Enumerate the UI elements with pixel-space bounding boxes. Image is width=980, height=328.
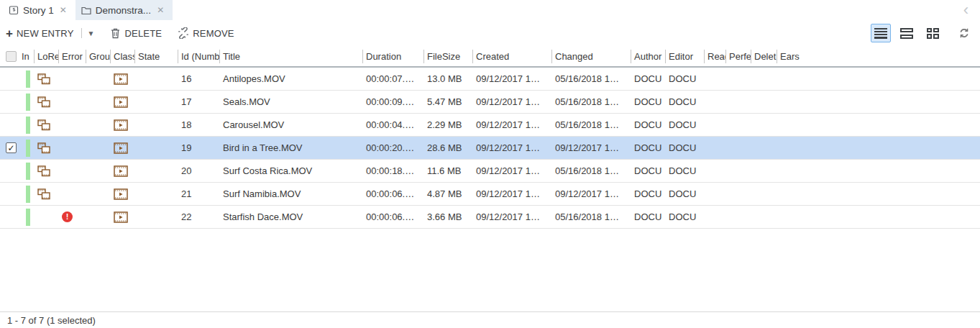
column-header-author[interactable]: Author	[631, 50, 666, 63]
remove-button[interactable]: REMOVE	[178, 27, 234, 39]
in-status-bar	[26, 163, 30, 180]
filesize-cell: 2.29 MB	[424, 114, 473, 136]
ears-cell	[777, 91, 980, 113]
table-row[interactable]: ✓ !	[0, 137, 980, 160]
read-cell	[705, 183, 726, 205]
table-row[interactable]: ✓ !	[0, 114, 980, 137]
class-cell	[111, 183, 135, 205]
view-controls	[865, 24, 970, 42]
id-cell: 19	[178, 137, 220, 159]
refresh-icon	[958, 27, 970, 39]
error-cell: !	[59, 183, 86, 205]
column-header-in[interactable]: In	[22, 50, 35, 63]
id-cell: 17	[178, 91, 220, 113]
ears-cell	[777, 114, 980, 136]
perfe-cell	[726, 160, 751, 182]
row-count-status: 1 - 7 of 7 (1 selected)	[7, 315, 96, 326]
group-cell	[86, 206, 111, 228]
delet-cell	[751, 68, 777, 90]
read-cell	[705, 68, 726, 90]
new-entry-button[interactable]: + NEW ENTRY ▼	[6, 27, 94, 40]
folder-icon	[81, 6, 91, 15]
column-header-class[interactable]: Class	[111, 50, 135, 63]
duration-cell: 00:00:06.…	[363, 206, 424, 228]
author-cell: DOCU	[631, 68, 666, 90]
tab-demonstration[interactable]: Demonstra... ✕	[75, 0, 173, 20]
created-cell: 09/12/2017 1…	[473, 68, 552, 90]
column-header-ears[interactable]: Ears	[777, 50, 980, 63]
column-header-editor[interactable]: Editor	[666, 50, 705, 63]
error-icon: !	[62, 211, 73, 222]
in-cell	[22, 114, 35, 136]
column-header-title[interactable]: Title	[220, 50, 363, 63]
id-cell: 20	[178, 160, 220, 182]
id-cell: 18	[178, 114, 220, 136]
tab-story-1[interactable]: Story 1 ✕	[3, 0, 75, 20]
editor-cell: DOCU	[666, 160, 705, 182]
read-cell	[705, 137, 726, 159]
table-row[interactable]: ✓ !	[0, 68, 980, 91]
created-cell: 09/12/2017 1…	[473, 206, 552, 228]
list-view-button[interactable]	[871, 24, 891, 42]
collapse-panel-chevron-icon[interactable]: ‹	[963, 2, 968, 18]
column-header-id[interactable]: Id (Numb	[178, 50, 220, 63]
table-row[interactable]: ✓ !	[0, 183, 980, 206]
column-header-duration[interactable]: Duration	[363, 50, 424, 63]
table-row[interactable]: ✓ !	[0, 91, 980, 114]
filesize-cell: 3.66 MB	[424, 206, 473, 228]
row-checkbox[interactable]: ✓	[6, 142, 17, 153]
chevron-down-icon[interactable]: ▼	[88, 29, 95, 37]
column-header-changed[interactable]: Changed	[552, 50, 631, 63]
delet-cell	[751, 91, 777, 113]
column-header-filesize[interactable]: FileSize	[424, 50, 473, 63]
tab-bar: Story 1 ✕ Demonstra... ✕ ‹	[0, 0, 980, 20]
in-cell	[22, 68, 35, 90]
select-all-checkbox[interactable]	[6, 51, 17, 62]
state-cell	[135, 114, 178, 136]
select-all-cell[interactable]	[0, 46, 22, 66]
perfe-cell	[726, 68, 751, 90]
tab-label: Demonstra...	[96, 5, 151, 16]
lores-cell	[35, 137, 59, 159]
table-row[interactable]: ✓ !	[0, 160, 980, 183]
error-cell: !	[59, 114, 86, 136]
perfe-cell	[726, 137, 751, 159]
column-header-created[interactable]: Created	[473, 50, 552, 63]
author-cell: DOCU	[631, 206, 666, 228]
tab-label: Story 1	[23, 5, 54, 16]
perfe-cell	[726, 206, 751, 228]
column-header-read[interactable]: Read	[705, 50, 726, 63]
grid-view-button[interactable]	[922, 24, 943, 42]
tab-close-icon[interactable]: ✕	[155, 4, 165, 16]
column-header-perfe[interactable]: Perfe	[726, 50, 751, 63]
button-divider	[81, 28, 82, 38]
column-header-delet[interactable]: Delet	[751, 50, 777, 63]
table-row[interactable]: ✓ !	[0, 206, 980, 229]
media-list-window: Story 1 ✕ Demonstra... ✕ ‹ + NEW ENTRY ▼	[0, 0, 980, 328]
remove-label: REMOVE	[193, 28, 234, 39]
lores-cell	[35, 160, 59, 182]
split-view-button[interactable]	[897, 24, 917, 42]
title-cell: Surf Namibia.MOV	[220, 183, 363, 205]
read-cell	[705, 160, 726, 182]
duration-cell: 00:00:04.…	[363, 114, 424, 136]
title-cell: Antilopes.MOV	[220, 68, 363, 90]
perfe-cell	[726, 91, 751, 113]
lores-clip-icon	[37, 165, 50, 177]
class-cell	[111, 114, 135, 136]
delet-cell	[751, 183, 777, 205]
checkbox-cell: ✓	[0, 91, 22, 113]
changed-cell: 05/16/2018 1…	[552, 160, 631, 182]
delet-cell	[751, 137, 777, 159]
status-bar: 1 - 7 of 7 (1 selected)	[0, 311, 980, 328]
read-cell	[705, 114, 726, 136]
column-header-lore[interactable]: LoRe	[35, 50, 59, 63]
column-header-state[interactable]: State	[135, 50, 178, 63]
refresh-button[interactable]	[958, 27, 970, 39]
tab-close-icon[interactable]: ✕	[58, 4, 68, 16]
story-icon	[9, 5, 19, 15]
delete-button[interactable]: DELETE	[110, 27, 162, 39]
column-header-error[interactable]: Error	[59, 50, 86, 63]
column-header-grou[interactable]: Grou	[86, 50, 111, 63]
lores-clip-icon	[37, 188, 50, 200]
